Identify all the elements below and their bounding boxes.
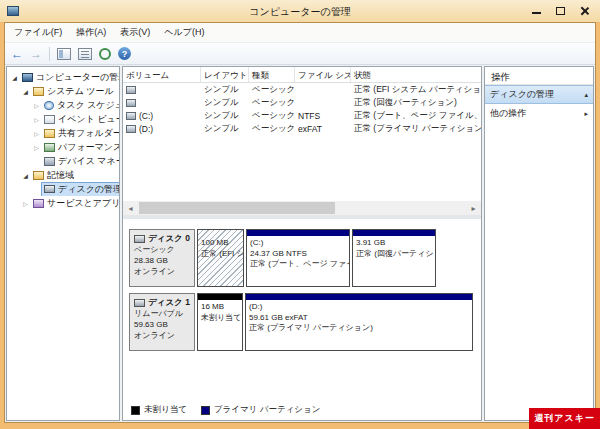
menu-item[interactable]: ファイル(F) xyxy=(7,24,69,41)
horizontal-scrollbar[interactable] xyxy=(123,201,481,215)
maximize-icon xyxy=(556,7,565,15)
tree-expander-icon[interactable]: ◢ xyxy=(21,88,30,95)
computer-icon xyxy=(22,73,33,82)
tree-expander-icon[interactable]: ▷ xyxy=(32,144,41,151)
collapse-icon[interactable] xyxy=(584,91,588,99)
tree-label-text: イベント ビューアー xyxy=(58,113,119,126)
toolbar-separator xyxy=(49,47,50,61)
tree-item: デバイス マネージャー xyxy=(7,154,119,168)
tree-item-label[interactable]: タスク スケジューラ xyxy=(41,98,119,112)
close-icon xyxy=(580,6,590,16)
tree-expander-icon[interactable]: ▷ xyxy=(21,200,30,207)
watermark: 週刊アスキー xyxy=(529,408,600,429)
menu-item[interactable]: 表示(V) xyxy=(113,24,157,41)
column-header[interactable]: レイアウト xyxy=(201,67,249,82)
partition[interactable]: 3.91 GB正常 (回復パーティション) xyxy=(352,229,436,287)
services-icon xyxy=(33,199,44,208)
column-header[interactable]: 種類 xyxy=(249,67,295,82)
action-item[interactable]: ディスクの管理 xyxy=(485,85,593,104)
properties-icon[interactable] xyxy=(78,48,92,60)
partition[interactable]: 16 MB未割り当て xyxy=(197,293,243,351)
partition[interactable]: (C:)24.37 GB NTFS正常 (ブート、ページ ファイル、クラッシ: xyxy=(246,229,350,287)
content: ◢コンピューターの管理 (ローカル)◢システム ツール▷タスク スケジューラ▷イ… xyxy=(5,65,595,422)
tree-expander-icon[interactable]: ◢ xyxy=(10,74,19,81)
legend: 未割り当てプライマリ パーティション xyxy=(131,404,320,416)
disk-management-pane: ボリュームレイアウト種類ファイル システム状態 シンプルベーシック正常 (EFI… xyxy=(122,66,482,421)
refresh-icon[interactable] xyxy=(99,48,111,60)
console-tree-icon[interactable] xyxy=(57,48,71,60)
tree-item: ▷パフォーマンス xyxy=(7,140,119,154)
volume-row[interactable]: (D:)シンプルベーシックexFAT正常 (プライマリ パーティション) xyxy=(123,122,481,135)
tree-label-text: 記憶域 xyxy=(47,169,74,182)
expand-icon[interactable] xyxy=(584,110,588,118)
legend-entry: 未割り当て xyxy=(131,404,187,416)
actions-list: ディスクの管理他の操作 xyxy=(485,85,593,123)
device-manager-icon xyxy=(44,157,55,166)
back-icon[interactable] xyxy=(11,48,23,60)
close-button[interactable] xyxy=(577,4,592,17)
console-tree-pane: ◢コンピューターの管理 (ローカル)◢システム ツール▷タスク スケジューラ▷イ… xyxy=(6,66,120,421)
action-item[interactable]: 他の操作 xyxy=(485,104,593,123)
volume-list: ボリュームレイアウト種類ファイル システム状態 シンプルベーシック正常 (EFI… xyxy=(123,67,481,215)
legend-swatch xyxy=(131,406,140,415)
disk-icon xyxy=(134,299,145,307)
menu-item[interactable]: 操作(A) xyxy=(69,24,113,41)
tree-item-label[interactable]: デバイス マネージャー xyxy=(41,154,119,168)
partition[interactable]: 100 MB正常 (EFI シス xyxy=(197,229,244,287)
performance-icon xyxy=(44,143,55,152)
toolbar xyxy=(5,42,595,65)
scrollbar-track[interactable] xyxy=(138,201,466,215)
volume-row[interactable]: (C:)シンプルベーシックNTFS正常 (ブート、ページ ファイル、クラッシュ … xyxy=(123,109,481,122)
tree-expander-icon[interactable]: ▷ xyxy=(32,130,41,137)
column-header[interactable]: ファイル システム xyxy=(295,67,351,82)
volume-icon xyxy=(126,86,136,94)
event-viewer-icon xyxy=(44,115,55,124)
titlebar: コンピューターの管理 xyxy=(0,0,600,22)
column-header[interactable]: ボリューム xyxy=(123,67,201,82)
tree-item-label[interactable]: イベント ビューアー xyxy=(41,112,119,126)
window-title: コンピューターの管理 xyxy=(0,5,600,19)
tree-label-text: システム ツール xyxy=(47,85,114,98)
tree-item-label[interactable]: パフォーマンス xyxy=(41,140,119,154)
scroll-left-icon[interactable] xyxy=(123,201,138,215)
tree-label-text: ディスクの管理 xyxy=(58,183,119,196)
tree-expander-icon[interactable]: ▷ xyxy=(32,102,41,109)
tree-label-text: コンピューターの管理 (ローカル) xyxy=(36,71,119,84)
maximize-button[interactable] xyxy=(553,4,568,17)
tree-item-label[interactable]: 共有フォルダー xyxy=(41,126,119,140)
tree-item-label[interactable]: ディスクの管理 xyxy=(41,182,119,196)
task-scheduler-icon xyxy=(44,101,54,110)
tree-item: ▷共有フォルダー xyxy=(7,126,119,140)
tree-label-text: パフォーマンス xyxy=(58,141,119,154)
forward-icon[interactable] xyxy=(30,48,42,60)
disk-label[interactable]: ディスク 0ベーシック28.38 GBオンライン xyxy=(129,229,195,287)
tree-expander-icon[interactable]: ◢ xyxy=(21,172,30,179)
help-icon[interactable] xyxy=(118,47,131,60)
tree-item-label[interactable]: システム ツール xyxy=(30,84,117,98)
tree-label-text: タスク スケジューラ xyxy=(57,99,119,112)
tree-item-label[interactable]: コンピューターの管理 (ローカル) xyxy=(19,70,119,84)
partition[interactable]: (D:)59.61 GB exFAT正常 (プライマリ パーティション) xyxy=(245,293,473,351)
menu-item[interactable]: ヘルプ(H) xyxy=(157,24,211,41)
tree-item: ▷タスク スケジューラ xyxy=(7,98,119,112)
volume-rows: シンプルベーシック正常 (EFI システム パーティション)シンプルベーシック正… xyxy=(123,83,481,135)
volume-row[interactable]: シンプルベーシック正常 (回復パーティション) xyxy=(123,96,481,109)
tree-item-label[interactable]: 記憶域 xyxy=(30,168,77,182)
disk-label[interactable]: ディスク 1リムーバブル59.63 GBオンライン xyxy=(129,293,195,351)
minimize-button[interactable] xyxy=(529,4,544,17)
volume-header: ボリュームレイアウト種類ファイル システム状態 xyxy=(123,67,481,83)
scroll-right-icon[interactable] xyxy=(466,201,481,215)
tree-label-text: 共有フォルダー xyxy=(58,127,119,140)
tree-expander-icon[interactable]: ▷ xyxy=(32,116,41,123)
column-header[interactable]: 状態 xyxy=(351,67,481,82)
screen: コンピューターの管理 ファイル(F)操作(A)表示(V)ヘルプ(H) ◢コンピュ… xyxy=(0,0,600,429)
tree-label-text: サービスとアプリケーション xyxy=(47,197,119,210)
scrollbar-thumb[interactable] xyxy=(139,202,335,214)
tree-item: ◢記憶域 xyxy=(7,168,119,182)
menubar: ファイル(F)操作(A)表示(V)ヘルプ(H) xyxy=(5,23,595,42)
volume-row[interactable]: シンプルベーシック正常 (EFI システム パーティション) xyxy=(123,83,481,96)
volume-icon xyxy=(126,125,136,133)
tree-item-label[interactable]: サービスとアプリケーション xyxy=(30,196,119,210)
volume-icon xyxy=(126,99,136,107)
tree-item: ▷イベント ビューアー xyxy=(7,112,119,126)
